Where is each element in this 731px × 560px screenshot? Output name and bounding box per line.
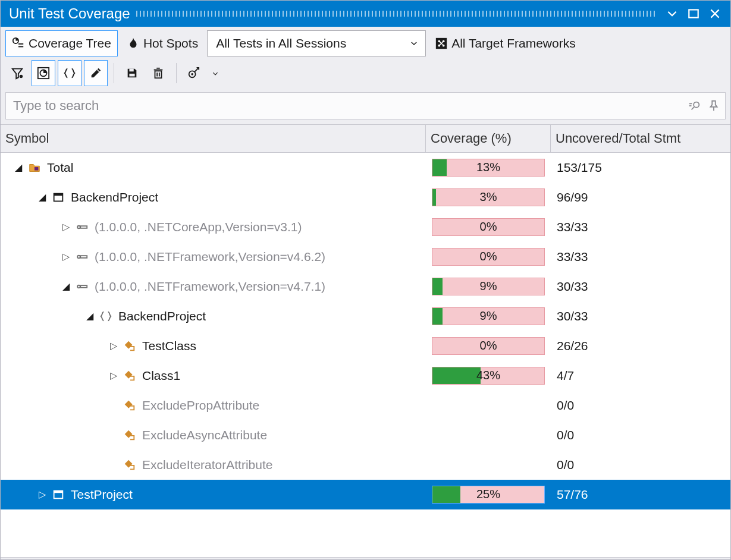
coverage-bar: 9% (432, 278, 545, 295)
collapse-icon[interactable] (36, 191, 48, 203)
coverage-bar: 25% (432, 486, 545, 504)
tree-row[interactable]: BackendProject9%30/33 (1, 301, 730, 331)
svg-point-25 (694, 102, 699, 108)
tree-row[interactable]: ExcludePropAttribute0/0 (1, 391, 730, 420)
cell-coverage: 3% (426, 188, 551, 206)
svg-rect-30 (34, 167, 38, 171)
tree-row[interactable]: (1.0.0.0, .NETFramework,Version=v4.7.1)9… (1, 272, 730, 301)
frameworks-icon (435, 37, 448, 50)
class-icon (123, 399, 136, 412)
row-label: Class1 (140, 369, 180, 383)
ns-icon (99, 310, 112, 323)
search-input[interactable] (12, 97, 688, 114)
row-label: ExcludeAsyncAttribute (140, 428, 267, 442)
svg-rect-43 (125, 460, 133, 467)
search-bar (5, 92, 726, 119)
delete-button[interactable] (146, 60, 170, 86)
cell-symbol: TestProject (1, 487, 426, 502)
project-icon (52, 488, 65, 501)
coverage-percent: 43% (476, 369, 500, 382)
namespace-grouping-button[interactable] (58, 60, 81, 86)
tree-row[interactable]: ExcludeIteratorAttribute0/0 (1, 450, 730, 480)
expand-icon[interactable] (108, 370, 120, 381)
chevron-down-icon (666, 7, 679, 20)
flame-icon (127, 37, 140, 50)
collapse-icon[interactable] (84, 310, 96, 322)
row-label: TestClass (140, 339, 196, 353)
all-frameworks-button[interactable]: All Target Frameworks (428, 30, 582, 56)
svg-rect-17 (129, 74, 134, 77)
trash-icon (152, 67, 165, 80)
tree-row[interactable]: (1.0.0.0, .NETFramework,Version=v4.6.2)0… (1, 242, 730, 272)
coverage-tree-button[interactable]: Coverage Tree (5, 30, 118, 56)
save-icon (126, 67, 139, 80)
svg-rect-45 (54, 490, 63, 493)
cell-statements: 0/0 (551, 398, 730, 413)
braces-icon (63, 67, 76, 80)
save-button[interactable] (120, 60, 144, 86)
grid-header: Symbol Coverage (%) Uncovered/Total Stmt (1, 124, 730, 153)
tree-row[interactable]: ExcludeAsyncAttribute0/0 (1, 420, 730, 450)
expand-icon[interactable] (60, 221, 72, 232)
show-coverage-button[interactable] (32, 60, 55, 86)
collapse-icon[interactable] (60, 281, 72, 292)
cell-symbol: BackendProject (1, 309, 426, 323)
toolbar-secondary (1, 59, 730, 90)
cell-statements: 26/26 (551, 339, 730, 353)
column-symbol[interactable]: Symbol (1, 125, 426, 152)
toolbar-separator (176, 63, 177, 83)
highlight-button[interactable] (84, 60, 108, 86)
expand-icon[interactable] (60, 251, 72, 262)
window-close-button[interactable] (704, 3, 726, 24)
all-frameworks-label: All Target Frameworks (451, 36, 576, 51)
titlebar-grip[interactable] (136, 11, 655, 17)
cell-statements: 0/0 (551, 428, 730, 442)
svg-rect-39 (125, 341, 133, 348)
svg-rect-42 (125, 430, 133, 438)
svg-point-33 (77, 225, 80, 228)
cell-symbol: Total (1, 161, 426, 175)
window-maximize-button[interactable] (683, 3, 704, 24)
window-options-button[interactable] (661, 3, 683, 24)
cell-coverage: 9% (426, 307, 551, 325)
pin-icon[interactable] (707, 99, 720, 112)
search-options-icon[interactable] (688, 99, 701, 112)
tree-row[interactable]: TestProject25%57/76 (1, 480, 730, 509)
expand-icon[interactable] (36, 489, 48, 500)
asm-icon (76, 250, 89, 263)
cell-coverage: 43% (426, 367, 551, 385)
coverage-bar: 43% (432, 367, 545, 385)
navigate-button[interactable] (183, 60, 223, 86)
session-dropdown[interactable]: All Tests in All Sessions (207, 30, 426, 56)
coverage-percent: 0% (480, 250, 497, 263)
filter-button[interactable] (5, 60, 29, 86)
expand-icon[interactable] (108, 340, 120, 351)
svg-rect-4 (18, 43, 23, 45)
coverage-tree-label: Coverage Tree (29, 36, 111, 51)
cell-coverage: 0% (426, 218, 551, 236)
coverage-bar: 0% (432, 248, 545, 266)
session-dropdown-label: All Tests in All Sessions (216, 36, 346, 51)
coverage-tree: Total13%153/175BackendProject3%96/99(1.0… (1, 153, 730, 557)
tree-row[interactable]: (1.0.0.0, .NETCoreApp,Version=v3.1)0%33/… (1, 212, 730, 242)
class-icon (123, 458, 136, 471)
coverage-percent: 3% (480, 190, 497, 204)
svg-line-26 (692, 107, 695, 110)
collapse-icon[interactable] (12, 162, 24, 173)
tree-row[interactable]: BackendProject3%96/99 (1, 183, 730, 212)
column-stmt[interactable]: Uncovered/Total Stmt (551, 125, 730, 152)
tree-row[interactable]: Class143%4/7 (1, 361, 730, 391)
asm-icon (76, 221, 89, 234)
cell-statements: 4/7 (551, 369, 730, 383)
column-coverage[interactable]: Coverage (%) (426, 125, 551, 152)
row-label: (1.0.0.0, .NETFramework,Version=v4.6.2) (92, 250, 325, 264)
hot-spots-label: Hot Spots (143, 36, 198, 51)
cell-statements: 96/99 (551, 190, 730, 205)
cell-symbol: ExcludePropAttribute (1, 398, 426, 413)
svg-rect-18 (155, 71, 162, 78)
tree-row[interactable]: TestClass0%26/26 (1, 331, 730, 361)
tree-row[interactable]: Total13%153/175 (1, 153, 730, 183)
coverage-percent: 25% (476, 487, 500, 501)
cell-coverage: 25% (426, 486, 551, 504)
hot-spots-button[interactable]: Hot Spots (120, 30, 205, 56)
